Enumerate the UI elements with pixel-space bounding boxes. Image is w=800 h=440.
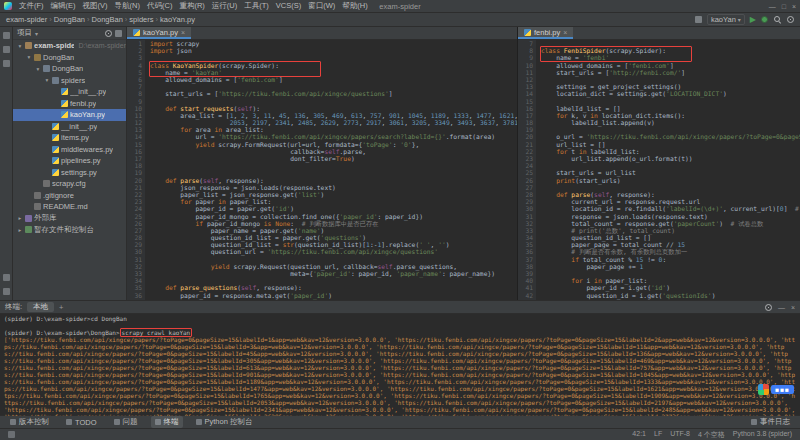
tree-item[interactable]: fenbi.py xyxy=(13,98,126,110)
file-icon xyxy=(34,192,41,199)
breadcrumb-item[interactable]: DongBan xyxy=(92,15,123,24)
toolwindow-button[interactable]: TODO xyxy=(62,416,101,428)
line-number: 23 xyxy=(127,198,145,205)
editor-tab-fenbi[interactable]: fenbi.py × xyxy=(518,27,573,39)
line-number: 10 xyxy=(127,105,145,112)
toolwindow-switcher-icon[interactable] xyxy=(8,431,15,438)
tree-item[interactable]: README.md xyxy=(13,201,126,213)
project-settings-gear-icon[interactable] xyxy=(105,30,112,37)
new-terminal-button[interactable]: + xyxy=(59,303,63,312)
code-text: paper_name = paper.get('name') xyxy=(145,227,324,234)
build-hammer-icon[interactable] xyxy=(695,16,702,23)
status-item[interactable]: UTF-8 xyxy=(670,430,690,440)
line-number: 19 xyxy=(127,169,145,176)
toolwindow-button[interactable]: 事件日志 xyxy=(747,416,794,428)
status-item[interactable]: 42:1 xyxy=(632,430,646,440)
code-text xyxy=(145,98,150,105)
line-number: 7 xyxy=(127,83,145,90)
status-item[interactable]: 4 个空格 xyxy=(698,430,725,440)
settings-gear-icon[interactable] xyxy=(787,16,794,23)
tree-item[interactable]: .gitignore xyxy=(13,190,126,202)
breadcrumb-item[interactable]: exam-spider xyxy=(6,15,47,24)
toolwindow-button[interactable]: 终端 xyxy=(151,416,183,428)
line-number: 22 xyxy=(127,191,145,198)
tree-item[interactable]: pipelines.py xyxy=(13,155,126,167)
editor-split: kaoYan.py × 1import scrapy2import json34… xyxy=(127,27,800,300)
code-text: url = 'https://tiku.fenbi.com/api/xingce… xyxy=(145,133,495,140)
editor-tab-kaoyan[interactable]: kaoYan.py × xyxy=(127,27,191,39)
menu-item[interactable]: 编辑(E) xyxy=(48,1,79,11)
menu-item[interactable]: 重构(R) xyxy=(176,1,207,11)
close-toolwindow-icon[interactable]: × xyxy=(791,304,795,311)
toolwindow-button[interactable]: 版本控制 xyxy=(6,416,53,428)
status-item[interactable]: Python 3.8 (spider) xyxy=(733,430,792,440)
tree-item[interactable]: middlewares.py xyxy=(13,144,126,156)
tree-item[interactable]: scrapy.cfg xyxy=(13,178,126,190)
search-icon[interactable] xyxy=(773,15,782,24)
tree-collapse-icon[interactable]: ▾ xyxy=(26,54,32,60)
line-number: 17 xyxy=(518,112,536,119)
favorites-toolwindow-icon[interactable] xyxy=(3,60,10,67)
menu-item[interactable]: VCS(S) xyxy=(273,1,304,11)
editor-tabs-right: fenbi.py × xyxy=(518,27,800,40)
editor-right: fenbi.py × 78class FenbiSpider(scrapy.Sp… xyxy=(518,27,800,300)
maximize-window-button[interactable]: □ xyxy=(782,3,786,10)
structure-toolwindow-icon[interactable] xyxy=(3,46,10,53)
close-tab-icon[interactable]: × xyxy=(563,29,567,36)
tree-item[interactable]: ▾DongBan xyxy=(13,52,126,64)
tree-item[interactable]: ▸暂存文件和控制台 xyxy=(13,224,126,236)
line-number: 5 xyxy=(127,69,145,76)
terminal-line: (spider) D:\exam-spider>cd DongBan xyxy=(4,315,796,322)
terminal-session-tab[interactable]: 本地 xyxy=(27,302,54,312)
menu-item[interactable]: 代码(C) xyxy=(144,1,175,11)
tree-item[interactable]: ▾exam-spiderD:\exam-spider xyxy=(13,40,126,52)
menu-item[interactable]: 窗口(W) xyxy=(305,1,338,11)
line-number: 21 xyxy=(518,141,536,148)
run-config-select[interactable]: kaoYan ▾ xyxy=(707,14,745,25)
breadcrumb-item[interactable]: DongBan xyxy=(54,15,85,24)
chevron-down-icon[interactable]: ▾ xyxy=(35,30,38,37)
tree-item[interactable]: __init__.py xyxy=(13,86,126,98)
toolwindow-button[interactable]: 问题 xyxy=(110,416,142,428)
todo-toolwindow-icon[interactable] xyxy=(3,288,10,295)
minimize-toolwindow-icon[interactable]: — xyxy=(778,304,785,311)
toolwindow-button[interactable]: Python 控制台 xyxy=(192,416,257,428)
terminal-body[interactable]: (spider) D:\exam-spider>cd DongBan(spide… xyxy=(0,314,800,416)
tree-item[interactable]: __init__.py xyxy=(13,121,126,133)
run-button[interactable]: ▶ xyxy=(750,16,756,24)
problems-toolwindow-icon[interactable] xyxy=(3,274,10,281)
tree-collapse-icon[interactable]: ▾ xyxy=(17,43,23,49)
menu-item[interactable]: 视图(V) xyxy=(80,1,111,11)
tree-item[interactable]: items.py xyxy=(13,132,126,144)
menu-item[interactable]: 帮助(H) xyxy=(339,1,370,11)
code-line: 25 paper_id_mongo = collection.find_one(… xyxy=(127,213,517,220)
tree-item[interactable]: ▾DongBan xyxy=(13,63,126,75)
minimize-window-button[interactable]: — xyxy=(769,3,776,10)
code-area[interactable]: 1import scrapy2import json34class KaoYan… xyxy=(127,40,517,300)
collapse-all-icon[interactable] xyxy=(115,30,122,37)
tree-collapse-icon[interactable]: ▾ xyxy=(44,77,50,83)
menu-item[interactable]: 运行(U) xyxy=(209,1,240,11)
tree-expand-icon[interactable]: ▸ xyxy=(17,227,23,233)
tree-expand-icon[interactable]: ▸ xyxy=(17,215,23,221)
tree-item[interactable]: ▸外部库 xyxy=(13,213,126,225)
close-window-button[interactable]: × xyxy=(792,3,796,10)
breadcrumb-item[interactable]: spiders xyxy=(129,15,153,24)
debug-button[interactable] xyxy=(761,16,768,23)
code-line: 18 labelId_list.append(v) xyxy=(518,119,800,126)
code-area[interactable]: 78class FenbiSpider(scrapy.Spider):9 nam… xyxy=(518,40,800,300)
status-item[interactable]: LF xyxy=(654,430,662,440)
code-line: 24 xyxy=(518,162,800,169)
menu-item[interactable]: 文件(F) xyxy=(16,1,47,11)
run-widget: kaoYan ▾ ▶ xyxy=(695,14,794,25)
close-tab-icon[interactable]: × xyxy=(181,29,185,36)
tree-item[interactable]: settings.py xyxy=(13,167,126,179)
tree-item[interactable]: ▾spiders xyxy=(13,75,126,87)
terminal-settings-gear-icon[interactable] xyxy=(765,304,772,311)
menu-item[interactable]: 工具(T) xyxy=(241,1,272,11)
breadcrumb-item[interactable]: kaoYan.py xyxy=(160,15,195,24)
menu-item[interactable]: 导航(N) xyxy=(112,1,143,11)
tree-collapse-icon[interactable]: ▾ xyxy=(35,66,41,72)
project-toolwindow-icon[interactable] xyxy=(3,32,10,39)
tree-item[interactable]: kaoYan.py xyxy=(13,109,126,121)
